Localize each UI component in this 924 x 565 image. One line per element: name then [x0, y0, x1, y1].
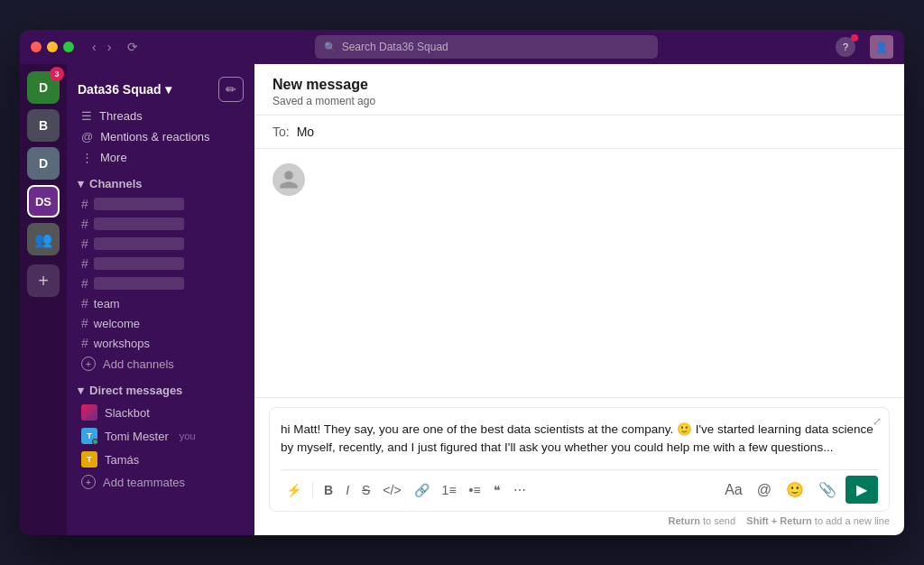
send-button[interactable]: ▶: [845, 476, 878, 504]
link-button[interactable]: 🔗: [409, 479, 435, 501]
save-status: Saved a moment ago: [273, 95, 886, 107]
online-indicator: [92, 439, 98, 445]
italic-button[interactable]: I: [340, 479, 355, 501]
compose-icon: ✏: [226, 82, 236, 97]
channel-hash-icon: #: [81, 276, 88, 291]
dm-item-tomi[interactable]: T Tomi Mester you: [70, 424, 251, 448]
channel-hash-icon: #: [81, 217, 88, 231]
dm-section-header[interactable]: ▾ Direct messages: [67, 375, 254, 401]
italic-icon: I: [346, 483, 349, 497]
sidebar-item-threads[interactable]: ☰ Threads: [70, 106, 251, 126]
blockquote-icon: ❝: [494, 483, 501, 497]
channel-name-blurred: [94, 257, 184, 270]
toolbar-separator: [312, 482, 313, 498]
channel-item-blurred-2[interactable]: #: [70, 214, 251, 234]
channel-name-blurred: [94, 277, 184, 290]
strikethrough-button[interactable]: S: [356, 479, 375, 501]
help-badge: [851, 34, 858, 42]
tamas-avatar: T: [81, 451, 97, 468]
add-workspace-button[interactable]: +: [27, 264, 60, 297]
maximize-button[interactable]: [63, 42, 74, 52]
add-teammates-item[interactable]: + Add teammates: [70, 471, 251, 493]
sender-avatar: [273, 163, 305, 196]
to-input[interactable]: [297, 125, 886, 139]
user-avatar[interactable]: 👤: [870, 35, 893, 59]
dm-item-slackbot[interactable]: Slackbot: [70, 401, 251, 424]
workspace-icon-b[interactable]: B: [27, 109, 60, 142]
text-format-button[interactable]: Aa: [719, 478, 748, 502]
attach-icon: 📎: [818, 482, 836, 497]
channel-hash-icon: #: [81, 316, 88, 330]
add-teammates-icon: +: [81, 475, 96, 489]
workspace-icon-data36[interactable]: D 3: [27, 71, 60, 104]
sidebar-workspace-header: Data36 Squad ▾ ✏: [67, 71, 254, 106]
channels-section-header[interactable]: ▾ Channels: [67, 168, 254, 194]
workspace-icon-groups[interactable]: 👥: [27, 223, 60, 255]
workspace-icon-ds[interactable]: DS: [27, 185, 60, 218]
workspace-name[interactable]: Data36 Squad ▾: [78, 82, 171, 97]
minimize-button[interactable]: [47, 42, 58, 52]
channel-hash-icon: #: [81, 256, 88, 271]
lightning-icon: ⚡: [286, 483, 301, 497]
history-button[interactable]: ⟳: [122, 38, 143, 56]
channel-hash-icon: #: [81, 197, 88, 211]
help-button[interactable]: ?: [836, 37, 855, 57]
channel-item-blurred-3[interactable]: #: [70, 234, 251, 254]
main-header: New message Saved a moment ago: [254, 64, 904, 116]
channel-name-blurred: [94, 218, 184, 230]
lightning-button[interactable]: ⚡: [281, 479, 307, 501]
search-bar[interactable]: 🔍: [315, 35, 658, 59]
sidebar-item-mentions[interactable]: @ Mentions & reactions: [70, 126, 251, 147]
message-area: [254, 149, 904, 397]
sidebar-item-more[interactable]: ⋮ More: [70, 147, 251, 168]
hint-return: Return to send Shift + Return to add a n…: [669, 515, 891, 526]
dm-item-tamas[interactable]: T Tamás: [70, 448, 251, 471]
forward-button[interactable]: ›: [104, 38, 116, 56]
channel-item-blurred-5[interactable]: #: [70, 273, 251, 293]
mention-button[interactable]: @: [752, 478, 777, 502]
expand-button[interactable]: ⤢: [873, 415, 882, 428]
dm-collapse-icon: ▾: [78, 384, 84, 397]
channel-item-blurred-1[interactable]: #: [70, 194, 251, 214]
text-format-icon: Aa: [725, 482, 743, 497]
emoji-button[interactable]: 🙂: [781, 477, 809, 502]
ordered-list-button[interactable]: 1≡: [437, 479, 462, 501]
you-tag: you: [180, 431, 196, 441]
code-button[interactable]: </>: [377, 479, 406, 501]
toolbar-right: Aa @ 🙂 📎 ▶: [719, 476, 878, 504]
unordered-list-button[interactable]: •≡: [464, 479, 486, 501]
search-input[interactable]: [342, 41, 649, 53]
app-window: ‹ › ⟳ 🔍 ? 👤 D 3 B D DS 👥: [20, 30, 904, 535]
message-text[interactable]: hi Matt! They say, you are one of the be…: [281, 417, 878, 461]
channel-item-workshops[interactable]: # workshops: [70, 333, 251, 353]
channel-hash-icon: #: [81, 236, 88, 251]
titlebar: ‹ › ⟳ 🔍 ? 👤: [20, 30, 904, 64]
main-area: New message Saved a moment ago To: ⤢ hi …: [254, 64, 904, 535]
mention-icon: @: [757, 482, 772, 497]
traffic-lights: [31, 42, 74, 52]
add-channels-item[interactable]: + Add channels: [70, 353, 251, 375]
bold-button[interactable]: B: [319, 479, 338, 501]
compose-area: ⤢ hi Matt! They say, you are one of the …: [254, 397, 904, 536]
back-button[interactable]: ‹: [88, 38, 100, 56]
channel-hash-icon: #: [81, 296, 88, 310]
attach-button[interactable]: 📎: [813, 477, 842, 502]
formatting-toolbar: ⚡ B I S </>: [281, 469, 878, 504]
channel-item-welcome[interactable]: # welcome: [70, 313, 251, 333]
ordered-list-icon: 1≡: [442, 483, 457, 497]
blockquote-button[interactable]: ❝: [488, 479, 506, 501]
message-row: [273, 163, 886, 196]
channel-item-blurred-4[interactable]: #: [70, 254, 251, 273]
add-channels-icon: +: [81, 357, 96, 371]
search-icon: 🔍: [324, 42, 337, 53]
channel-item-team[interactable]: # team: [70, 293, 251, 313]
compose-button[interactable]: ✏: [218, 77, 244, 102]
compose-wrapper: ⤢ hi Matt! They say, you are one of the …: [269, 407, 890, 513]
main-content: D 3 B D DS 👥 + Data36 Squad ▾ ✏: [20, 64, 904, 535]
more-options-button[interactable]: ⋯: [508, 479, 531, 501]
slackbot-avatar-wrap: [81, 404, 97, 421]
close-button[interactable]: [31, 42, 42, 52]
workspace-icon-d[interactable]: D: [27, 147, 60, 180]
emoji-icon: 🙂: [786, 482, 804, 497]
more-options-icon: ⋯: [513, 483, 526, 497]
